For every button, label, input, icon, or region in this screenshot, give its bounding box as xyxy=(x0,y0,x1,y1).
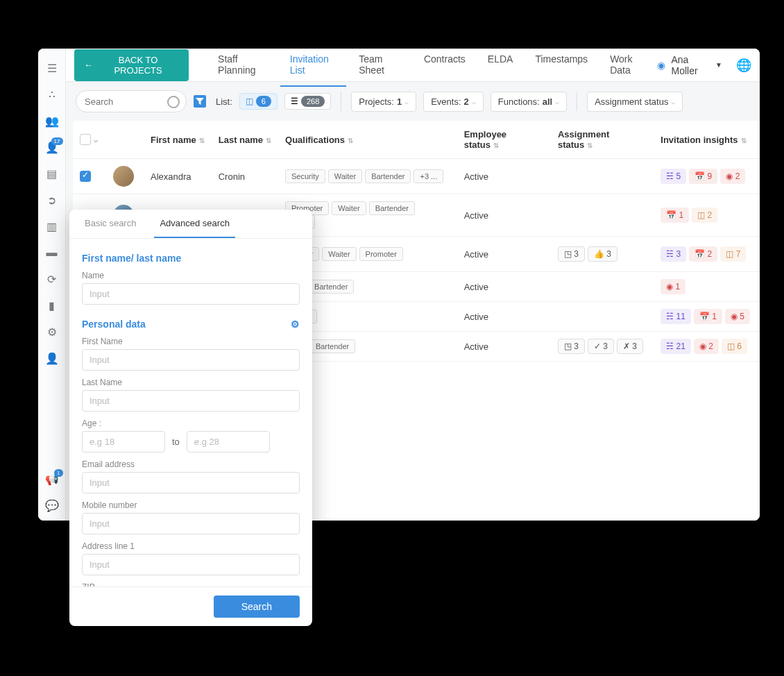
globe-icon[interactable]: 🌐 xyxy=(736,58,751,73)
badge: 17 xyxy=(51,137,63,145)
menu-icon[interactable]: ☰ xyxy=(45,61,59,75)
last-name: Cronin xyxy=(212,159,278,194)
avatar xyxy=(113,166,134,187)
qual-tag: Bartender xyxy=(309,339,355,353)
invitation-insights: ◉ 1 xyxy=(654,272,760,302)
name-input[interactable] xyxy=(82,283,300,305)
sidebar: ☰ ⛬ 👥 👤17 ▤ ➲ ▥ ▬ ⟳ ▮ ⚙ 👤 📢1 💬 xyxy=(38,49,66,521)
col-assignment-status[interactable]: Assignment status⇅ xyxy=(551,121,654,159)
people-icon[interactable]: 👥 xyxy=(45,114,59,128)
col-qualifications[interactable]: Qualifications⇅ xyxy=(278,121,457,159)
assign-chip: ◳ 3 xyxy=(558,339,585,354)
user-settings-icon[interactable]: 👤 xyxy=(45,351,59,365)
insight-chip: 📅 9 xyxy=(689,169,717,184)
insight-chip: ◉ 2 xyxy=(694,339,719,354)
qual-tag: Security xyxy=(285,169,325,183)
basic-search-tab[interactable]: Basic search xyxy=(79,210,142,238)
topbar: ← BACK TO PROJECTS Staff PlanningInvitat… xyxy=(66,49,760,82)
panel-body: First name/ last name Name Personal data… xyxy=(69,239,312,586)
advanced-search-tab[interactable]: Advanced search xyxy=(154,210,235,238)
age-to-label: to xyxy=(172,437,180,447)
select-all-checkbox[interactable] xyxy=(80,134,91,145)
assignment-status xyxy=(551,159,654,194)
col-last-name[interactable]: Last name⇅ xyxy=(212,121,278,159)
employee-status: Active xyxy=(457,272,551,302)
assign-chip: ◳ 3 xyxy=(558,246,585,262)
payment-icon[interactable]: ▬ xyxy=(45,246,59,260)
tab-staff-planning[interactable]: Staff Planning xyxy=(208,49,278,87)
age-label: Age : xyxy=(82,419,300,428)
insight-chip: ◉ 1 xyxy=(661,279,685,294)
lastname-input[interactable] xyxy=(82,390,300,412)
insight-chip: 📅 2 xyxy=(689,246,717,262)
chat-icon[interactable]: 💬 xyxy=(45,498,59,512)
firstname-input[interactable] xyxy=(82,349,300,371)
login-icon[interactable]: ➲ xyxy=(45,193,59,207)
tab-work-data[interactable]: Work Data xyxy=(600,49,657,87)
qual-tag: +3 ... xyxy=(414,169,443,183)
assignment-status: ◳ 3✓ 3✗ 3 xyxy=(551,332,654,362)
assign-chip: 👍 3 xyxy=(588,246,617,262)
invitation-icon[interactable]: 👤17 xyxy=(45,140,59,154)
search-button[interactable]: Search xyxy=(214,595,300,618)
search-panel: Basic search Advanced search First name/… xyxy=(69,210,312,626)
row-checkbox[interactable] xyxy=(80,171,91,182)
total-chip[interactable]: ☰ 268 xyxy=(284,93,331,110)
col-employee-status[interactable]: Employee status⇅ xyxy=(457,121,551,159)
qual-tag: Bartender xyxy=(369,201,415,215)
settings-icon[interactable]: ⚙ xyxy=(45,325,59,339)
first-name: Alexandra xyxy=(144,159,212,194)
insight-chip: 📅 1 xyxy=(661,208,689,223)
list-label: List: xyxy=(216,96,232,107)
insight-chip: ☵ 11 xyxy=(661,309,691,324)
badge: 1 xyxy=(54,469,62,477)
age-to-input[interactable] xyxy=(187,431,270,453)
mobile-input[interactable] xyxy=(82,513,300,534)
qual-tag: Waiter xyxy=(322,247,356,261)
insight-chip: 📅 1 xyxy=(694,309,722,324)
filter-icon[interactable] xyxy=(194,95,206,108)
back-button[interactable]: ← BACK TO PROJECTS xyxy=(74,49,189,81)
tab-team-sheet[interactable]: Team Sheet xyxy=(349,49,411,87)
invitation-insights: 📅 1◫ 2 xyxy=(654,194,760,237)
events-filter[interactable]: Events: 2 ⌵ xyxy=(423,92,484,112)
announce-icon[interactable]: 📢1 xyxy=(45,472,59,486)
col-first-name[interactable]: First name⇅ xyxy=(144,121,212,159)
functions-filter[interactable]: Functions: all ⌵ xyxy=(491,92,567,112)
tab-elda[interactable]: ELDA xyxy=(478,49,523,87)
panel-footer: Search xyxy=(69,586,312,626)
firstname-label: First Name xyxy=(82,337,300,346)
gear-icon[interactable]: ⚙ xyxy=(291,319,300,330)
selected-chip[interactable]: ◫ 6 xyxy=(239,93,278,110)
tab-contracts[interactable]: Contracts xyxy=(414,49,475,87)
hierarchy-icon[interactable]: ⛬ xyxy=(45,87,59,101)
invitation-insights: ☵ 11📅 1◉ 5 xyxy=(654,302,760,332)
employee-status: Active xyxy=(457,194,551,237)
address-input[interactable] xyxy=(82,554,300,575)
email-input[interactable] xyxy=(82,472,300,493)
qualifications: SecurityWaiterBartender+3 ... xyxy=(278,159,457,194)
user-menu[interactable]: ◉ Ana Moller ▼ 🌐 xyxy=(657,54,751,76)
col-invitation-insights[interactable]: Invitation insights⇅ xyxy=(654,121,760,159)
employee-status: Active xyxy=(457,159,551,194)
table-row[interactable]: AlexandraCroninSecurityWaiterBartender+3… xyxy=(73,159,760,194)
insight-chip: ☵ 5 xyxy=(661,169,686,184)
insight-chip: ☵ 3 xyxy=(661,246,686,262)
building-icon[interactable]: ▥ xyxy=(45,219,59,233)
section-personal: Personal data⚙ xyxy=(82,319,300,330)
assignment-filter[interactable]: Assignment status ⌵ xyxy=(587,92,683,112)
sync-icon[interactable]: ⟳ xyxy=(45,272,59,286)
assignment-status xyxy=(551,302,654,332)
tab-timestamps[interactable]: Timestamps xyxy=(525,49,597,87)
filterbar: List: ◫ 6 ☰ 268 Projects: 1 ⌵ Events: 2 … xyxy=(66,82,760,121)
calendar-icon[interactable]: ▤ xyxy=(45,167,59,180)
tab-invitation-list[interactable]: Invitation List xyxy=(280,49,346,87)
employee-status: Active xyxy=(457,332,551,362)
search-input[interactable] xyxy=(76,90,187,112)
document-icon[interactable]: ▮ xyxy=(45,298,59,312)
insight-chip: ◫ 6 xyxy=(722,339,747,354)
invitation-insights: ☵ 21◉ 2◫ 6 xyxy=(654,332,760,362)
projects-filter[interactable]: Projects: 1 ⌵ xyxy=(351,92,416,112)
age-from-input[interactable] xyxy=(82,431,165,453)
insight-chip: ◫ 2 xyxy=(692,208,717,223)
